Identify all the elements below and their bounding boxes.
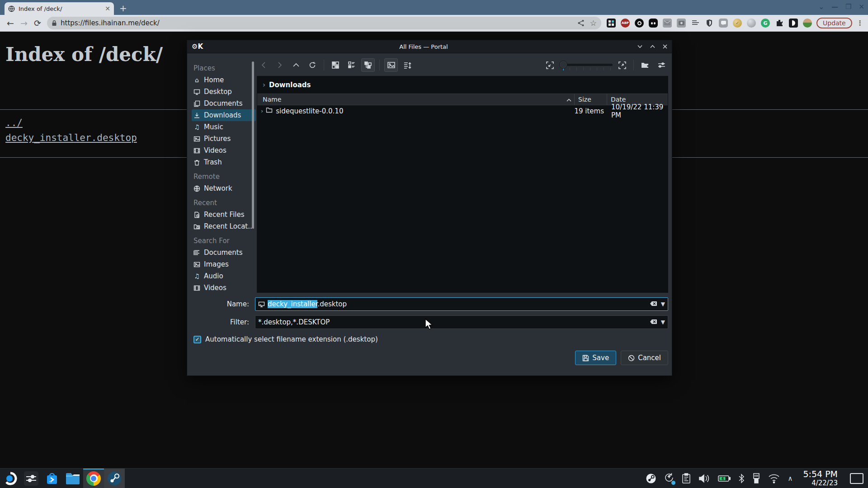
reload-button[interactable]: ⟳: [31, 18, 44, 28]
sidebar-item-network[interactable]: Network: [193, 183, 256, 194]
clear-filter-icon[interactable]: [650, 318, 657, 326]
window-close-button[interactable]: ✕: [859, 3, 864, 11]
preview-toggle-button[interactable]: [384, 58, 398, 72]
tab-close-icon[interactable]: ✕: [105, 5, 110, 12]
sidebar-item-documents[interactable]: Documents: [193, 98, 256, 109]
ext-list-icon[interactable]: [691, 19, 700, 28]
tray-steam-icon[interactable]: [646, 473, 656, 484]
profile-avatar[interactable]: [803, 19, 812, 28]
discover-button[interactable]: [42, 469, 62, 488]
system-settings-button[interactable]: [21, 469, 42, 488]
window-minimize-button[interactable]: —: [831, 3, 838, 11]
clear-text-icon[interactable]: [650, 300, 657, 308]
ext-ring-icon[interactable]: [635, 19, 644, 28]
sidebar-item-search-audio[interactable]: ♫Audio: [193, 270, 256, 282]
sidebar-scrollbar[interactable]: [252, 61, 254, 229]
usb-device-icon[interactable]: [752, 473, 760, 484]
ext-adblock-plus-icon[interactable]: ABP: [621, 19, 630, 28]
sidebar-item-recent-locations[interactable]: Recent Locat...: [193, 221, 256, 232]
save-button[interactable]: Save: [575, 351, 616, 365]
tray-expand-icon[interactable]: ∧: [788, 474, 793, 483]
name-dropdown-icon[interactable]: ▼: [661, 301, 665, 307]
new-folder-button[interactable]: [638, 58, 652, 72]
section-places: Places: [193, 64, 256, 72]
sidebar-item-downloads[interactable]: Downloads: [192, 109, 256, 121]
sidebar-item-search-documents[interactable]: Documents: [193, 247, 256, 258]
back-button[interactable]: ←: [4, 18, 17, 28]
taskbar-steam-button[interactable]: [104, 469, 125, 488]
zoom-out-icon[interactable]: [543, 58, 557, 72]
sidebar-item-trash[interactable]: Trash: [193, 156, 256, 168]
ext-dark-reader-icon[interactable]: [789, 19, 798, 28]
tree-view-button[interactable]: [361, 58, 375, 72]
browser-tab[interactable]: Index of /deck/ ✕: [5, 2, 114, 15]
update-button[interactable]: Update: [816, 18, 852, 28]
nav-back-button[interactable]: [257, 58, 270, 72]
table-row[interactable]: › sidequestlite-0.0.10 19 items 10/19/22…: [257, 105, 668, 117]
forward-button[interactable]: →: [17, 18, 31, 28]
zoom-slider[interactable]: [559, 58, 613, 72]
ext-mail-icon[interactable]: [663, 19, 672, 28]
sidebar-item-desktop[interactable]: Desktop: [193, 86, 256, 98]
column-header-size[interactable]: Size: [574, 94, 607, 105]
zoom-in-icon[interactable]: [615, 58, 629, 72]
nav-up-button[interactable]: [289, 58, 303, 72]
breadcrumb[interactable]: › Downloads: [257, 76, 668, 92]
icon-view-button[interactable]: [329, 58, 342, 72]
ext-tabgrid-icon[interactable]: [607, 19, 616, 28]
cancel-button[interactable]: Cancel: [621, 351, 668, 365]
expander-chevron-icon[interactable]: ›: [257, 108, 266, 114]
ext-grammarly-icon[interactable]: G: [761, 19, 770, 28]
sidebar-item-recent-files[interactable]: Recent Files: [193, 209, 256, 221]
ext-eyes-icon[interactable]: [649, 19, 658, 28]
url-bar[interactable]: https://files.ihainan.me/deck/ ☆: [47, 17, 601, 29]
wifi-icon[interactable]: [768, 474, 780, 483]
breadcrumb-folder[interactable]: Downloads: [269, 81, 311, 89]
dialog-close-button[interactable]: [663, 44, 667, 49]
battery-icon[interactable]: [718, 475, 731, 482]
sidebar-item-home[interactable]: ⌂Home: [193, 74, 256, 86]
filter-input[interactable]: *.desktop,*.DESKTOP ▼: [255, 315, 668, 329]
show-desktop-button[interactable]: [850, 473, 863, 484]
ext-chat-icon[interactable]: [719, 19, 728, 28]
new-tab-button[interactable]: +: [119, 4, 127, 13]
browser-menu-icon[interactable]: ⋮: [857, 19, 863, 27]
ext-sphere-icon[interactable]: [747, 19, 756, 28]
ext-camera-icon[interactable]: [677, 19, 686, 28]
bluetooth-icon[interactable]: [738, 474, 745, 483]
sidebar-item-search-images[interactable]: Images: [193, 258, 256, 270]
share-icon[interactable]: [577, 19, 585, 27]
sidebar-item-music[interactable]: ♫Music: [193, 121, 256, 133]
sort-button[interactable]: [401, 58, 414, 72]
filename-input[interactable]: decky_installer.desktop ▼: [255, 297, 668, 311]
filter-dropdown-icon[interactable]: ▼: [661, 319, 665, 325]
clock[interactable]: 5:54 PM 4/22/23: [803, 469, 838, 487]
dialog-minimize-button[interactable]: [637, 45, 642, 48]
app-launcher-button[interactable]: [0, 469, 21, 488]
options-button[interactable]: [655, 58, 668, 72]
extensions-puzzle-icon[interactable]: [775, 19, 784, 28]
tray-updates-icon[interactable]: [664, 473, 674, 484]
nav-forward-button[interactable]: [273, 58, 287, 72]
compact-view-button[interactable]: [345, 58, 359, 72]
refresh-button[interactable]: [306, 58, 319, 72]
sidebar-item-videos[interactable]: Videos: [193, 145, 256, 156]
ext-shield-icon[interactable]: [705, 19, 714, 28]
sidebar-item-pictures[interactable]: Pictures: [193, 133, 256, 145]
column-header-name[interactable]: Name: [257, 96, 574, 103]
file-list-view[interactable]: › Downloads Name Size Date › sidequestli…: [257, 76, 668, 293]
bookmark-star-icon[interactable]: ☆: [590, 19, 597, 28]
zoom-slider-handle[interactable]: [559, 61, 567, 69]
clipboard-icon[interactable]: [682, 473, 691, 484]
dialog-maximize-button[interactable]: [650, 45, 655, 48]
volume-icon[interactable]: [698, 474, 710, 483]
sidebar-item-search-videos[interactable]: Videos: [193, 282, 256, 294]
taskbar-chrome-button[interactable]: [83, 469, 104, 488]
dolphin-file-manager-button[interactable]: [62, 469, 83, 488]
ext-coin-icon[interactable]: ✓: [733, 19, 742, 28]
parent-dir-link[interactable]: ../: [5, 116, 137, 131]
window-restore-button[interactable]: ❐: [845, 3, 851, 11]
tab-search-icon[interactable]: ⌄: [818, 3, 824, 11]
file-link[interactable]: decky_installer.desktop: [5, 131, 137, 145]
dialog-titlebar[interactable]: ⚙K All Files — Portal: [187, 40, 672, 53]
